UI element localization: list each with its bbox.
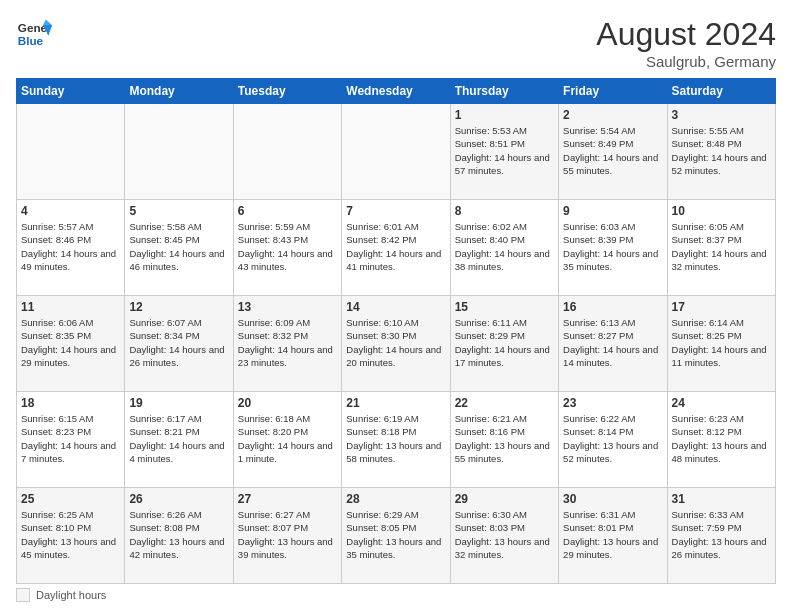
day-info: Sunrise: 6:22 AM Sunset: 8:14 PM Dayligh… — [563, 412, 662, 465]
day-number: 21 — [346, 396, 445, 410]
weekday-header-sunday: Sunday — [17, 79, 125, 104]
day-info: Sunrise: 5:54 AM Sunset: 8:49 PM Dayligh… — [563, 124, 662, 177]
day-number: 22 — [455, 396, 554, 410]
day-info: Sunrise: 6:01 AM Sunset: 8:42 PM Dayligh… — [346, 220, 445, 273]
weekday-header-wednesday: Wednesday — [342, 79, 450, 104]
svg-text:Blue: Blue — [18, 34, 44, 47]
day-number: 16 — [563, 300, 662, 314]
calendar-cell: 21Sunrise: 6:19 AM Sunset: 8:18 PM Dayli… — [342, 392, 450, 488]
calendar-cell: 20Sunrise: 6:18 AM Sunset: 8:20 PM Dayli… — [233, 392, 341, 488]
header: General Blue August 2024 Saulgrub, Germa… — [16, 16, 776, 70]
day-number: 28 — [346, 492, 445, 506]
logo: General Blue — [16, 16, 52, 52]
day-info: Sunrise: 6:17 AM Sunset: 8:21 PM Dayligh… — [129, 412, 228, 465]
day-number: 5 — [129, 204, 228, 218]
day-info: Sunrise: 6:21 AM Sunset: 8:16 PM Dayligh… — [455, 412, 554, 465]
title-block: August 2024 Saulgrub, Germany — [596, 16, 776, 70]
calendar-cell: 18Sunrise: 6:15 AM Sunset: 8:23 PM Dayli… — [17, 392, 125, 488]
calendar-cell: 14Sunrise: 6:10 AM Sunset: 8:30 PM Dayli… — [342, 296, 450, 392]
day-number: 8 — [455, 204, 554, 218]
day-number: 30 — [563, 492, 662, 506]
calendar-table: SundayMondayTuesdayWednesdayThursdayFrid… — [16, 78, 776, 584]
day-number: 3 — [672, 108, 771, 122]
day-number: 10 — [672, 204, 771, 218]
day-number: 19 — [129, 396, 228, 410]
calendar-cell: 4Sunrise: 5:57 AM Sunset: 8:46 PM Daylig… — [17, 200, 125, 296]
calendar-cell — [17, 104, 125, 200]
calendar-cell: 26Sunrise: 6:26 AM Sunset: 8:08 PM Dayli… — [125, 488, 233, 584]
weekday-header-friday: Friday — [559, 79, 667, 104]
footer: Daylight hours — [16, 588, 776, 602]
day-info: Sunrise: 6:13 AM Sunset: 8:27 PM Dayligh… — [563, 316, 662, 369]
day-info: Sunrise: 6:15 AM Sunset: 8:23 PM Dayligh… — [21, 412, 120, 465]
day-number: 31 — [672, 492, 771, 506]
calendar-cell: 24Sunrise: 6:23 AM Sunset: 8:12 PM Dayli… — [667, 392, 775, 488]
calendar-cell: 12Sunrise: 6:07 AM Sunset: 8:34 PM Dayli… — [125, 296, 233, 392]
month-year-title: August 2024 — [596, 16, 776, 53]
location-subtitle: Saulgrub, Germany — [596, 53, 776, 70]
weekday-header-row: SundayMondayTuesdayWednesdayThursdayFrid… — [17, 79, 776, 104]
day-number: 20 — [238, 396, 337, 410]
calendar-cell: 8Sunrise: 6:02 AM Sunset: 8:40 PM Daylig… — [450, 200, 558, 296]
day-info: Sunrise: 6:11 AM Sunset: 8:29 PM Dayligh… — [455, 316, 554, 369]
legend-label: Daylight hours — [36, 589, 106, 601]
calendar-cell — [125, 104, 233, 200]
day-number: 27 — [238, 492, 337, 506]
day-info: Sunrise: 6:31 AM Sunset: 8:01 PM Dayligh… — [563, 508, 662, 561]
calendar-cell — [342, 104, 450, 200]
calendar-cell: 3Sunrise: 5:55 AM Sunset: 8:48 PM Daylig… — [667, 104, 775, 200]
day-info: Sunrise: 6:03 AM Sunset: 8:39 PM Dayligh… — [563, 220, 662, 273]
calendar-week-row: 18Sunrise: 6:15 AM Sunset: 8:23 PM Dayli… — [17, 392, 776, 488]
day-info: Sunrise: 6:07 AM Sunset: 8:34 PM Dayligh… — [129, 316, 228, 369]
day-number: 6 — [238, 204, 337, 218]
day-info: Sunrise: 6:26 AM Sunset: 8:08 PM Dayligh… — [129, 508, 228, 561]
calendar-cell: 2Sunrise: 5:54 AM Sunset: 8:49 PM Daylig… — [559, 104, 667, 200]
day-info: Sunrise: 6:05 AM Sunset: 8:37 PM Dayligh… — [672, 220, 771, 273]
day-info: Sunrise: 6:30 AM Sunset: 8:03 PM Dayligh… — [455, 508, 554, 561]
page: General Blue August 2024 Saulgrub, Germa… — [0, 0, 792, 612]
calendar-cell: 30Sunrise: 6:31 AM Sunset: 8:01 PM Dayli… — [559, 488, 667, 584]
day-info: Sunrise: 6:19 AM Sunset: 8:18 PM Dayligh… — [346, 412, 445, 465]
calendar-cell — [233, 104, 341, 200]
legend-box — [16, 588, 30, 602]
logo-icon: General Blue — [16, 16, 52, 52]
day-number: 25 — [21, 492, 120, 506]
calendar-cell: 27Sunrise: 6:27 AM Sunset: 8:07 PM Dayli… — [233, 488, 341, 584]
calendar-cell: 17Sunrise: 6:14 AM Sunset: 8:25 PM Dayli… — [667, 296, 775, 392]
day-number: 13 — [238, 300, 337, 314]
calendar-cell: 15Sunrise: 6:11 AM Sunset: 8:29 PM Dayli… — [450, 296, 558, 392]
calendar-week-row: 1Sunrise: 5:53 AM Sunset: 8:51 PM Daylig… — [17, 104, 776, 200]
calendar-cell: 23Sunrise: 6:22 AM Sunset: 8:14 PM Dayli… — [559, 392, 667, 488]
day-number: 2 — [563, 108, 662, 122]
day-number: 1 — [455, 108, 554, 122]
calendar-cell: 1Sunrise: 5:53 AM Sunset: 8:51 PM Daylig… — [450, 104, 558, 200]
weekday-header-saturday: Saturday — [667, 79, 775, 104]
weekday-header-thursday: Thursday — [450, 79, 558, 104]
weekday-header-monday: Monday — [125, 79, 233, 104]
calendar-cell: 29Sunrise: 6:30 AM Sunset: 8:03 PM Dayli… — [450, 488, 558, 584]
day-info: Sunrise: 6:10 AM Sunset: 8:30 PM Dayligh… — [346, 316, 445, 369]
day-number: 9 — [563, 204, 662, 218]
day-number: 26 — [129, 492, 228, 506]
day-info: Sunrise: 5:53 AM Sunset: 8:51 PM Dayligh… — [455, 124, 554, 177]
day-number: 4 — [21, 204, 120, 218]
calendar-cell: 22Sunrise: 6:21 AM Sunset: 8:16 PM Dayli… — [450, 392, 558, 488]
calendar-week-row: 4Sunrise: 5:57 AM Sunset: 8:46 PM Daylig… — [17, 200, 776, 296]
calendar-cell: 31Sunrise: 6:33 AM Sunset: 7:59 PM Dayli… — [667, 488, 775, 584]
calendar-week-row: 11Sunrise: 6:06 AM Sunset: 8:35 PM Dayli… — [17, 296, 776, 392]
day-number: 17 — [672, 300, 771, 314]
day-info: Sunrise: 6:25 AM Sunset: 8:10 PM Dayligh… — [21, 508, 120, 561]
day-info: Sunrise: 6:02 AM Sunset: 8:40 PM Dayligh… — [455, 220, 554, 273]
day-info: Sunrise: 6:09 AM Sunset: 8:32 PM Dayligh… — [238, 316, 337, 369]
day-info: Sunrise: 6:06 AM Sunset: 8:35 PM Dayligh… — [21, 316, 120, 369]
day-info: Sunrise: 6:27 AM Sunset: 8:07 PM Dayligh… — [238, 508, 337, 561]
day-number: 12 — [129, 300, 228, 314]
day-number: 29 — [455, 492, 554, 506]
calendar-cell: 5Sunrise: 5:58 AM Sunset: 8:45 PM Daylig… — [125, 200, 233, 296]
day-number: 18 — [21, 396, 120, 410]
day-info: Sunrise: 6:18 AM Sunset: 8:20 PM Dayligh… — [238, 412, 337, 465]
calendar-week-row: 25Sunrise: 6:25 AM Sunset: 8:10 PM Dayli… — [17, 488, 776, 584]
day-number: 23 — [563, 396, 662, 410]
calendar-cell: 7Sunrise: 6:01 AM Sunset: 8:42 PM Daylig… — [342, 200, 450, 296]
day-info: Sunrise: 6:33 AM Sunset: 7:59 PM Dayligh… — [672, 508, 771, 561]
